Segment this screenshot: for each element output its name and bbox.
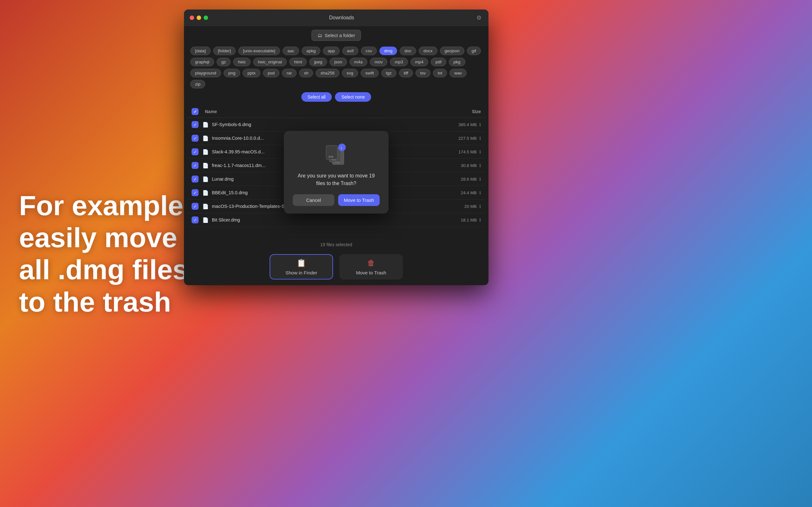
tag-psd[interactable]: psd: [263, 69, 280, 77]
tag-[unix-executable][interactable]: [unix-executable]: [238, 47, 280, 55]
confirmation-dialog: dmg zip png ↓ Are you sure you want to m…: [284, 131, 389, 214]
tag-png[interactable]: png: [223, 69, 241, 77]
show-in-finder-button[interactable]: 📋 Show in Finder: [270, 254, 333, 279]
file-icon: 📄: [202, 176, 209, 182]
tags-area: [data][folder][unix-executable]aacapkgap…: [184, 45, 489, 106]
folder-bar: 🗂 Select a folder: [184, 26, 489, 45]
show-in-finder-label: Show in Finder: [286, 270, 317, 275]
tag-tiff[interactable]: tiff: [399, 69, 413, 77]
dialog-cancel-button[interactable]: Cancel: [293, 194, 334, 206]
select-buttons: Select all Select none: [190, 92, 482, 102]
file-icon: 📄: [202, 163, 209, 169]
tag-gif[interactable]: gif: [467, 47, 481, 55]
row-checkbox[interactable]: ✓: [192, 148, 199, 155]
info-icon[interactable]: ℹ: [479, 204, 481, 209]
window-title: Downloads: [208, 15, 475, 20]
tag-mov[interactable]: mov: [370, 58, 388, 66]
tag-geojson[interactable]: geojson: [440, 47, 464, 55]
dialog-confirm-button[interactable]: Move to Trash: [338, 194, 380, 206]
header-checkbox[interactable]: ✓: [192, 108, 199, 115]
tag-graphql[interactable]: graphql: [190, 58, 214, 66]
tag-sh[interactable]: sh: [299, 69, 313, 77]
file-name: Bit Slicer.dmg: [212, 217, 445, 222]
tag-docx[interactable]: docx: [419, 47, 438, 55]
tag-tgz[interactable]: tgz: [381, 69, 397, 77]
tag-zip[interactable]: zip: [190, 80, 205, 89]
tag-pdf[interactable]: pdf: [431, 58, 446, 66]
select-all-button[interactable]: Select all: [301, 92, 332, 102]
select-folder-button[interactable]: 🗂 Select a folder: [311, 30, 361, 41]
info-icon[interactable]: ℹ: [479, 122, 481, 127]
tag-svg[interactable]: svg: [342, 69, 358, 77]
file-icon: 📄: [202, 204, 209, 210]
tag-doc[interactable]: doc: [400, 47, 416, 55]
file-list-header: ✓ Name Size: [187, 106, 485, 118]
tag-pkg[interactable]: pkg: [449, 58, 465, 66]
dialog-buttons: Cancel Move to Trash: [293, 194, 380, 206]
row-checkbox[interactable]: ✓: [192, 162, 199, 169]
tag-app[interactable]: app: [323, 47, 340, 55]
tag-apkg[interactable]: apkg: [302, 47, 320, 55]
tag-dmg[interactable]: dmg: [379, 47, 397, 55]
tag-mp4[interactable]: mp4: [410, 58, 428, 66]
file-icon: 📄: [202, 217, 209, 223]
status-bar: 19 files selected: [184, 239, 489, 250]
tag-sha256[interactable]: sha256: [316, 69, 339, 77]
row-checkbox[interactable]: ✓: [192, 135, 199, 142]
titlebar: Downloads ⚙: [184, 9, 489, 26]
tag-[data][interactable]: [data]: [190, 47, 211, 55]
dialog-icon: dmg zip png ↓: [323, 141, 349, 166]
col-name-label: Name: [205, 109, 217, 114]
file-icon: 📄: [202, 135, 209, 141]
select-none-button[interactable]: Select none: [335, 92, 371, 102]
tag-heic_original[interactable]: heic_original: [253, 58, 287, 66]
tag-pptx[interactable]: pptx: [243, 69, 260, 77]
tag-txt[interactable]: txt: [433, 69, 447, 77]
hero-text: For example, easily move all .dmg files …: [19, 189, 203, 318]
tag-jpeg[interactable]: jpeg: [309, 58, 327, 66]
file-list-area[interactable]: ✓ Name Size ✓ 📄 SF-Symbols-6.dmg 385.4 M…: [184, 106, 489, 239]
move-to-trash-label: Move to Trash: [356, 270, 386, 275]
table-row[interactable]: ✓ 📄 Bit Slicer.dmg 18.1 MB ℹ: [187, 213, 485, 227]
info-icon[interactable]: ℹ: [479, 163, 481, 168]
tag-swift[interactable]: swift: [361, 69, 379, 77]
info-icon[interactable]: ℹ: [479, 217, 481, 222]
info-icon[interactable]: ℹ: [479, 135, 481, 141]
tag-[folder][interactable]: [folder]: [213, 47, 236, 55]
col-size-label: Size: [443, 109, 481, 114]
file-size: 28.6 MB: [445, 177, 477, 181]
tag-mp3[interactable]: mp3: [390, 58, 408, 66]
row-checkbox[interactable]: ✓: [192, 189, 199, 196]
trash-icon: 🗑: [367, 259, 375, 268]
tag-wav[interactable]: wav: [450, 69, 467, 77]
tag-gz[interactable]: gz: [217, 58, 231, 66]
tag-csv[interactable]: csv: [361, 47, 377, 55]
tag-aac[interactable]: aac: [283, 47, 299, 55]
info-icon[interactable]: ℹ: [479, 176, 481, 181]
row-checkbox[interactable]: ✓: [192, 203, 199, 210]
table-row[interactable]: ✓ 📄 SF-Symbols-6.dmg 385.4 MB ℹ: [187, 118, 485, 131]
tag-html[interactable]: html: [289, 58, 307, 66]
row-checkbox[interactable]: ✓: [192, 216, 199, 223]
info-icon[interactable]: ℹ: [479, 190, 481, 195]
file-icon: 📄: [202, 190, 209, 196]
tag-avif[interactable]: avif: [342, 47, 358, 55]
tag-playground[interactable]: playground: [190, 69, 221, 77]
tag-json[interactable]: json: [329, 58, 347, 66]
tag-m4a[interactable]: m4a: [350, 58, 367, 66]
row-checkbox[interactable]: ✓: [192, 121, 199, 128]
tag-heic[interactable]: heic: [233, 58, 251, 66]
maximize-button[interactable]: [204, 15, 208, 20]
tag-tsv[interactable]: tsv: [415, 69, 430, 77]
row-checkbox[interactable]: ✓: [192, 176, 199, 182]
info-icon[interactable]: ℹ: [479, 149, 481, 154]
tag-rar[interactable]: rar: [282, 69, 297, 77]
app-window: Downloads ⚙ 🗂 Select a folder [data][fol…: [184, 9, 489, 285]
folder-icon: 🗂: [317, 33, 322, 38]
move-to-trash-button[interactable]: 🗑 Move to Trash: [339, 254, 403, 279]
gear-icon[interactable]: ⚙: [475, 14, 483, 21]
minimize-button[interactable]: [197, 15, 201, 20]
file-size: 385.4 MB: [445, 122, 477, 127]
close-button[interactable]: [190, 15, 194, 20]
finder-icon: 📋: [297, 259, 306, 268]
